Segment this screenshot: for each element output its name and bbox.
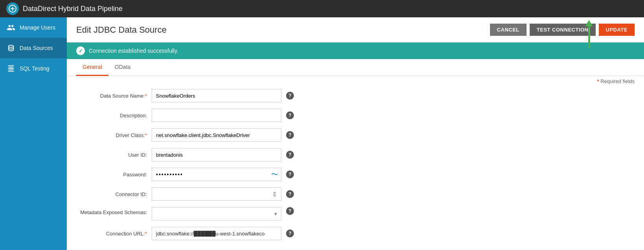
help-metadata-schemas[interactable]: ? — [286, 207, 294, 215]
page-header: Edit JDBC Data Source CANCEL TEST CONNEC… — [67, 17, 644, 43]
password-field-wrapper: 〜 — [152, 168, 281, 181]
success-banner: ✓ Connection established successfully. — [67, 43, 644, 59]
field-driver-class: Driver Class:* ? — [76, 128, 635, 142]
select-connector-id[interactable]: ⇕ — [152, 187, 281, 201]
input-user-id[interactable] — [152, 148, 281, 161]
label-driver-class: Driver Class:* — [76, 132, 147, 138]
sidebar-label-data-sources: Data Sources — [20, 45, 53, 51]
sidebar: Manage Users Data Sources SQL Testing — [0, 17, 67, 250]
select-metadata-schemas[interactable]: ▾ — [152, 207, 281, 220]
field-data-source-name: Data Source Name:* ? — [76, 89, 635, 102]
page-title: Edit JDBC Data Source — [76, 25, 167, 35]
cancel-button[interactable]: CANCEL — [490, 24, 527, 36]
app-logo — [6, 2, 19, 15]
label-connector-id: Connector ID: — [76, 191, 147, 197]
help-connection-url[interactable]: ? — [286, 230, 294, 237]
connector-id-chevron: ⇕ — [272, 191, 277, 198]
metadata-schemas-chevron: ▾ — [274, 211, 277, 217]
password-toggle-icon[interactable]: 〜 — [271, 170, 278, 179]
update-button[interactable]: UPDATE — [599, 24, 635, 36]
tabs-bar: General OData — [67, 59, 644, 76]
success-message: Connection established successfully. — [89, 48, 178, 54]
form-area: Data Source Name:* ? Description: ? Driv… — [67, 84, 644, 250]
field-connection-url: Connection URL:* ? — [76, 227, 635, 240]
field-user-id: User ID: ? — [76, 148, 635, 161]
sidebar-label-sql-testing: SQL Testing — [20, 65, 50, 72]
input-description[interactable] — [152, 109, 281, 122]
sidebar-item-manage-users[interactable]: Manage Users — [0, 17, 67, 38]
field-connector-id: Connector ID: ⇕ ? — [76, 187, 635, 201]
header-actions: CANCEL TEST CONNECTION UPDATE — [490, 24, 635, 36]
help-description[interactable]: ? — [286, 111, 294, 119]
label-user-id: User ID: — [76, 152, 147, 158]
field-password: Password: 〜 ? — [76, 168, 635, 181]
app-title: DataDirect Hybrid Data Pipeline — [23, 5, 123, 13]
sql-icon — [6, 64, 16, 73]
help-connector-id[interactable]: ? — [286, 190, 294, 198]
label-connection-url: Connection URL:* — [76, 231, 147, 237]
users-icon — [6, 23, 16, 32]
input-driver-class[interactable] — [152, 128, 281, 142]
help-driver-class[interactable]: ? — [286, 131, 294, 139]
input-data-source-name[interactable] — [152, 89, 281, 102]
main-content: Edit JDBC Data Source CANCEL TEST CONNEC… — [67, 17, 644, 250]
tab-general[interactable]: General — [76, 59, 108, 76]
green-arrow — [585, 21, 593, 48]
field-metadata-schemas: Metadata Exposed Schemas: ▾ ? — [76, 207, 635, 220]
sidebar-item-sql-testing[interactable]: SQL Testing — [0, 58, 67, 79]
label-data-source-name: Data Source Name:* — [76, 93, 147, 99]
help-user-id[interactable]: ? — [286, 151, 294, 159]
input-password[interactable] — [152, 168, 281, 181]
sidebar-item-data-sources[interactable]: Data Sources — [0, 38, 67, 58]
help-data-source-name[interactable]: ? — [286, 92, 294, 100]
required-fields-note: * Required fields — [67, 76, 644, 84]
field-description: Description: ? — [76, 109, 635, 122]
success-icon: ✓ — [76, 46, 85, 55]
help-password[interactable]: ? — [286, 170, 294, 178]
label-metadata-schemas: Metadata Exposed Schemas: — [76, 207, 147, 215]
label-description: Description: — [76, 113, 147, 119]
tab-odata[interactable]: OData — [108, 59, 137, 76]
label-password: Password: — [76, 172, 147, 178]
sidebar-label-manage-users: Manage Users — [20, 24, 55, 31]
top-bar: DataDirect Hybrid Data Pipeline — [0, 0, 644, 17]
database-icon — [6, 43, 16, 53]
input-connection-url[interactable] — [152, 227, 281, 240]
